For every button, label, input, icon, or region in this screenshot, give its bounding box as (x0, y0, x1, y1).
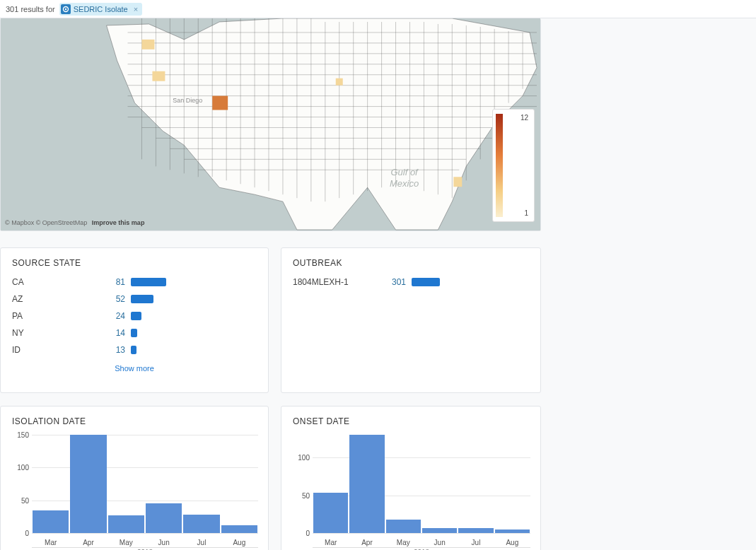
list-item-value: 13 (97, 345, 125, 355)
chart-bar[interactable] (183, 515, 219, 533)
chart-bar[interactable] (33, 510, 69, 533)
list-item-value: 81 (97, 277, 125, 287)
x-axis-labels: MarAprMayJunJulAug (313, 539, 530, 546)
svg-point-1 (65, 8, 66, 9)
source-state-card: SOURCE STATE CA81AZ52PA24NY14ID13 Show m… (0, 247, 269, 393)
chart-bar[interactable] (458, 528, 493, 533)
legend-gradient (496, 114, 503, 217)
list-item-value: 24 (97, 311, 125, 321)
x-axis-year: 2018 (313, 547, 530, 550)
isolation-date-chart[interactable]: 050100150MarAprMayJunJulAug2018 (11, 435, 261, 550)
chart-bar[interactable] (108, 515, 144, 533)
list-item-value: 14 (97, 328, 125, 338)
svg-rect-3 (212, 96, 228, 110)
x-tick-label: Jun (145, 539, 182, 546)
list-item-bar-wrap (131, 295, 257, 303)
list-item-bar-wrap (131, 278, 257, 286)
outbreak-card: OUTBREAK 1804MLEXH-1301 (281, 247, 541, 393)
list-item-label: 1804MLEXH-1 (293, 277, 378, 287)
list-item-bar (131, 278, 166, 286)
y-tick-label: 100 (291, 454, 310, 462)
legend-max: 12 (521, 114, 528, 122)
x-tick-label: Jul (182, 539, 220, 546)
grid-line (313, 533, 530, 534)
results-header: 301 results for SEDRIC Isolate × (0, 0, 756, 18)
list-item-bar-wrap (131, 312, 257, 320)
chart-bar[interactable] (349, 435, 384, 533)
y-tick-label: 100 (11, 464, 29, 472)
y-tick-label: 0 (11, 529, 29, 537)
results-count-text: 301 results for (6, 5, 55, 13)
main-content: San Diego Gulf of Mexico 12 1 © Mapbox ©… (0, 18, 756, 550)
svg-rect-7 (336, 78, 343, 86)
chart-bar[interactable] (422, 528, 457, 533)
svg-rect-4 (152, 71, 165, 81)
x-tick-label: Aug (494, 539, 530, 546)
map-body[interactable]: San Diego Gulf of Mexico 12 1 © Mapbox ©… (1, 18, 540, 230)
gulf-of-mexico-label: Gulf of Mexico (390, 167, 419, 189)
chart-bar[interactable] (313, 493, 348, 533)
us-county-map: San Diego (1, 18, 540, 230)
chart-bars (32, 435, 258, 533)
chart-plot: 050100 (313, 435, 530, 534)
svg-rect-6 (453, 177, 462, 187)
show-more-button[interactable]: Show more (1, 358, 268, 373)
list-item-bar (131, 346, 136, 354)
onset-date-card: ONSET DATE 050100MarAprMayJunJulAug2018 (281, 406, 541, 550)
x-tick-label: Aug (221, 539, 258, 546)
svg-text:San Diego: San Diego (173, 97, 202, 104)
list-item-bar-wrap (131, 329, 257, 337)
onset-date-title: ONSET DATE (281, 406, 540, 432)
map-card: San Diego Gulf of Mexico 12 1 © Mapbox ©… (0, 18, 541, 231)
list-item-value: 52 (97, 294, 125, 304)
list-item[interactable]: ID13 (12, 341, 257, 358)
list-item-bar-wrap (412, 278, 529, 286)
list-item-label: NY (12, 328, 97, 338)
outbreak-list: 1804MLEXH-1301 (281, 274, 540, 291)
list-item-bar (131, 329, 137, 337)
map-attribution: © Mapbox © OpenStreetMap Improve this ma… (5, 219, 144, 226)
chart-plot: 050100150 (32, 435, 258, 534)
svg-rect-5 (141, 40, 154, 49)
list-item-label: PA (12, 311, 97, 321)
x-tick-label: Mar (32, 539, 69, 546)
chart-bar[interactable] (495, 529, 530, 533)
chart-bar[interactable] (386, 520, 421, 533)
list-item[interactable]: CA81 (12, 274, 257, 291)
x-tick-label: Jul (458, 539, 494, 546)
list-item-bar (131, 295, 153, 303)
list-item[interactable]: AZ52 (12, 291, 257, 308)
list-item[interactable]: NY14 (12, 324, 257, 341)
y-tick-label: 0 (291, 529, 310, 537)
list-item-bar-wrap (131, 346, 257, 354)
chart-bar[interactable] (146, 503, 182, 533)
y-tick-label: 50 (291, 491, 310, 499)
list-item[interactable]: 1804MLEXH-1301 (293, 274, 529, 291)
chart-bar[interactable] (221, 525, 257, 533)
x-tick-label: May (385, 539, 421, 546)
x-tick-label: May (107, 539, 145, 546)
y-tick-label: 150 (11, 431, 29, 439)
x-axis-year: 2018 (32, 547, 258, 550)
source-state-title: SOURCE STATE (1, 248, 268, 274)
onset-date-chart[interactable]: 050100MarAprMayJunJulAug2018 (291, 435, 533, 550)
filter-chip-label: SEDRIC Isolate (74, 5, 128, 13)
y-tick-label: 50 (11, 496, 29, 504)
chart-bar[interactable] (70, 435, 106, 533)
grid-line (32, 533, 258, 534)
x-tick-label: Jun (421, 539, 458, 546)
x-tick-label: Apr (69, 539, 107, 546)
isolation-date-title: ISOLATION DATE (1, 406, 268, 432)
target-icon (61, 4, 71, 14)
list-item-label: ID (12, 345, 97, 355)
source-state-list: CA81AZ52PA24NY14ID13 (1, 274, 268, 358)
legend-min: 1 (524, 209, 528, 217)
filter-chip-sedric-isolate[interactable]: SEDRIC Isolate × (59, 3, 142, 16)
outbreak-title: OUTBREAK (281, 248, 540, 274)
x-axis-labels: MarAprMayJunJulAug (32, 539, 258, 546)
x-tick-label: Mar (313, 539, 349, 546)
close-icon[interactable]: × (134, 5, 138, 13)
list-item-label: AZ (12, 294, 97, 304)
improve-map-link[interactable]: Improve this map (92, 219, 145, 226)
list-item[interactable]: PA24 (12, 308, 257, 324)
